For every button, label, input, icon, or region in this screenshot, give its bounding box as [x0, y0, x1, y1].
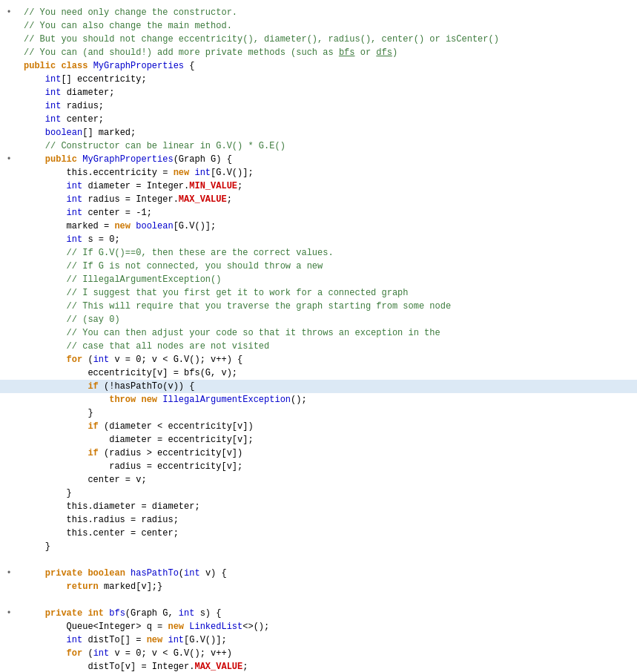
line-dot: • [6, 153, 12, 166]
code-text: // If G.V()==0, then these are the corre… [24, 246, 631, 260]
line-dot [6, 193, 12, 206]
code-line: int diameter = Integer.MIN_VALUE; [0, 179, 637, 193]
line-dot [6, 660, 12, 672]
line-dot [6, 113, 12, 126]
code-text: this.radius = radius; [24, 513, 631, 527]
code-line: • private boolean hasPathTo(int v) { [0, 567, 637, 580]
line-dot [6, 206, 12, 220]
code-line: Queue<Integer> q = new LinkedList<>(); [0, 620, 637, 633]
code-text: } [24, 540, 631, 553]
line-dot [6, 33, 12, 46]
line-dot [6, 286, 12, 300]
code-text: this.eccentricity = new int[G.V()]; [24, 166, 631, 179]
line-dot [6, 233, 12, 246]
code-line: return marked[v];} [0, 580, 637, 593]
code-line: // If G is not connected, you should thr… [0, 260, 637, 273]
line-dot [6, 647, 12, 660]
code-line: // This will require that you traverse t… [0, 300, 637, 313]
code-text: radius = eccentricity[v]; [24, 460, 631, 473]
code-text: public MyGraphProperties(Graph G) { [24, 153, 631, 166]
code-line: // Constructor can be linear in G.V() * … [0, 139, 637, 153]
code-line: int center; [0, 113, 637, 126]
code-line: center = v; [0, 473, 637, 487]
code-text: throw new IllegalArgumentException(); [24, 393, 631, 406]
code-line: int diameter; [0, 86, 637, 99]
line-dot [6, 73, 12, 86]
code-text: int[] eccentricity; [24, 73, 631, 86]
line-dot [6, 380, 12, 393]
code-text: // You can (and should!) add more privat… [24, 46, 631, 59]
code-text: // But you should not change eccentricit… [24, 33, 631, 46]
line-dot [6, 487, 12, 500]
code-line: int radius = Integer.MAX_VALUE; [0, 193, 637, 206]
line-dot [6, 580, 12, 593]
line-dot [6, 246, 12, 260]
code-line: } [0, 540, 637, 553]
code-line: public class MyGraphProperties { [0, 59, 637, 73]
code-line: // You can (and should!) add more privat… [0, 46, 637, 59]
line-dot [6, 500, 12, 513]
code-line: eccentricity[v] = bfs(G, v); [0, 366, 637, 380]
line-dot [6, 220, 12, 233]
code-line: } [0, 406, 637, 420]
code-line: // You can also change the main method. [0, 19, 637, 33]
line-dot: • [6, 567, 12, 580]
code-text: } [24, 487, 631, 500]
code-line: •// You need only change the constructor… [0, 6, 637, 19]
code-text: // If G is not connected, you should thr… [24, 260, 631, 273]
code-text: boolean[] marked; [24, 126, 631, 139]
line-dot: • [6, 6, 12, 19]
line-dot [6, 99, 12, 113]
line-dot [6, 86, 12, 99]
code-text: return marked[v];} [24, 580, 631, 593]
line-dot [6, 447, 12, 460]
code-text: int diameter; [24, 86, 631, 99]
code-text: distTo[v] = Integer.MAX_VALUE; [24, 660, 631, 672]
line-dot [6, 473, 12, 487]
code-text: center = v; [24, 473, 631, 487]
line-dot [6, 527, 12, 540]
code-text: // IllegalArgumentException() [24, 273, 631, 286]
code-text: this.center = center; [24, 527, 631, 540]
code-text: int radius = Integer.MAX_VALUE; [24, 193, 631, 206]
code-line: marked = new boolean[G.V()]; [0, 220, 637, 233]
code-text: // You can then adjust your code so that… [24, 326, 631, 340]
code-line: // You can then adjust your code so that… [0, 326, 637, 340]
code-text: for (int v = 0; v < G.V(); v++) { [24, 353, 631, 366]
code-line: throw new IllegalArgumentException(); [0, 393, 637, 406]
code-text: public class MyGraphProperties { [24, 59, 631, 73]
line-dot [6, 420, 12, 433]
code-text: // This will require that you traverse t… [24, 300, 631, 313]
line-dot [6, 353, 12, 366]
code-text: int radius; [24, 99, 631, 113]
line-dot [6, 260, 12, 273]
code-text: if (radius > eccentricity[v]) [24, 447, 631, 460]
code-text: } [24, 406, 631, 420]
line-dot: • [6, 607, 12, 620]
code-line: int center = -1; [0, 206, 637, 220]
code-text: eccentricity[v] = bfs(G, v); [24, 366, 631, 380]
code-line [0, 593, 637, 607]
code-line: this.radius = radius; [0, 513, 637, 527]
code-line: // IllegalArgumentException() [0, 273, 637, 286]
line-dot [6, 139, 12, 153]
line-dot [6, 433, 12, 447]
line-dot [6, 126, 12, 139]
line-dot [6, 19, 12, 33]
code-line: this.eccentricity = new int[G.V()]; [0, 166, 637, 179]
line-dot [6, 593, 12, 607]
code-text: diameter = eccentricity[v]; [24, 433, 631, 447]
code-line: boolean[] marked; [0, 126, 637, 139]
code-text: // You need only change the constructor. [24, 6, 631, 19]
code-text: if (diameter < eccentricity[v]) [24, 420, 631, 433]
code-text: // case that all nodes are not visited [24, 340, 631, 353]
line-dot [6, 326, 12, 340]
line-dot [6, 513, 12, 527]
line-dot [6, 300, 12, 313]
code-text: private int bfs(Graph G, int s) { [24, 607, 631, 620]
code-line: • public MyGraphProperties(Graph G) { [0, 153, 637, 166]
code-line: distTo[v] = Integer.MAX_VALUE; [0, 660, 637, 672]
code-line: this.diameter = diameter; [0, 500, 637, 513]
line-dot [6, 620, 12, 633]
code-line [0, 553, 637, 567]
